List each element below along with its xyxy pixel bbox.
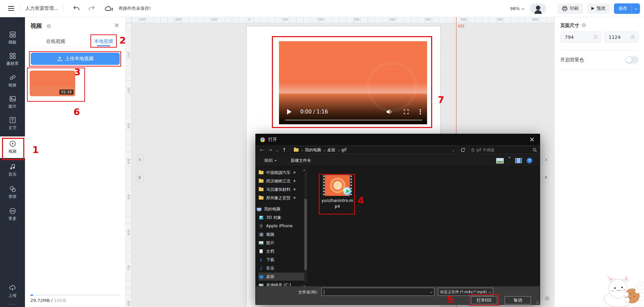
player-time: 0:00 / 1:16 xyxy=(300,109,328,115)
cancel-button[interactable]: 取消 xyxy=(505,296,531,304)
view-dropdown-icon[interactable] xyxy=(508,158,510,163)
collapse-panel-edge-handle[interactable] xyxy=(137,172,143,183)
sidebar-overflow-dots[interactable]: ··· xyxy=(0,302,25,307)
collapse-panel-handle[interactable] xyxy=(137,154,143,165)
tree-item-music[interactable]: ♪音乐 xyxy=(258,264,304,272)
page-height-input[interactable]: 1124高 xyxy=(604,31,639,43)
open-button[interactable]: 打开(O) xyxy=(471,296,497,304)
pages-menu-icon[interactable] xyxy=(544,296,550,301)
player-progressbar[interactable] xyxy=(285,120,422,121)
sidebar-item-materials[interactable]: 素材库 xyxy=(0,50,25,69)
filename-input[interactable] xyxy=(324,289,430,295)
sidebar-item-template[interactable]: 模板 xyxy=(0,28,25,48)
search-box[interactable] xyxy=(469,146,539,154)
tree-scroll-up-icon[interactable] xyxy=(304,168,305,173)
upload-local-video-button[interactable]: 上传本地视频 xyxy=(31,53,120,65)
annotation-number-3: 3 xyxy=(74,67,81,77)
tab-local-video[interactable]: 本地视频 xyxy=(94,39,113,45)
tree-item-pinned-folder[interactable]: 郑州豫之安贸 xyxy=(258,194,304,202)
tree-item-videos[interactable]: 视频 xyxy=(258,230,304,238)
music-icon xyxy=(9,163,16,170)
video-player-element[interactable]: 0:00 / 1:16 xyxy=(279,41,427,124)
cloud-sync-icon: ! xyxy=(105,5,113,12)
volume-icon[interactable] xyxy=(386,109,393,114)
sidebar-item-image[interactable]: 图片 xyxy=(0,93,25,112)
ruler-label: 200 xyxy=(318,18,324,21)
page-width-input[interactable]: 794宽 xyxy=(560,31,601,43)
tree-item-3d-objects[interactable]: 3D 对象 xyxy=(258,213,304,222)
tree-scrollbar[interactable] xyxy=(304,172,307,282)
zoom-control[interactable]: 98% xyxy=(510,6,524,11)
save-dropdown[interactable] xyxy=(632,3,640,14)
ruler-label: -100 xyxy=(210,18,217,21)
fullscreen-icon[interactable] xyxy=(403,109,409,114)
bg-color-toggle[interactable] xyxy=(625,56,639,63)
sidebar-item-upload[interactable]: 上传 xyxy=(0,282,25,301)
sidebar-item-more[interactable]: 更多 xyxy=(0,205,25,224)
save-button[interactable]: 保存 xyxy=(614,3,640,14)
expand-panel-edge-handle[interactable] xyxy=(542,172,549,183)
sidebar-item-shape[interactable]: 形状 xyxy=(0,183,25,202)
resize-grip[interactable] xyxy=(536,301,539,304)
tab-divider xyxy=(25,46,125,47)
undo-icon[interactable] xyxy=(73,5,80,12)
filetype-select[interactable]: 自定义文件 (*.m4v;*.mp4) xyxy=(438,288,493,296)
redo-icon[interactable] xyxy=(88,5,95,12)
back-icon[interactable]: ← xyxy=(260,147,264,153)
annotation-number-7: 7 xyxy=(438,95,444,105)
search-input[interactable] xyxy=(471,148,533,152)
up-icon[interactable]: ↑ xyxy=(282,147,286,153)
menu-icon[interactable] xyxy=(8,8,14,9)
tree-item-desktop[interactable]: 桌面 xyxy=(258,273,306,281)
close-icon[interactable] xyxy=(114,23,119,28)
divider xyxy=(63,5,63,12)
tree-scrollbar-thumb[interactable] xyxy=(304,199,307,270)
duration-badge: 01:16 xyxy=(59,89,74,95)
mascot-cat[interactable] xyxy=(600,276,643,307)
tab-online-video[interactable]: 在线视频 xyxy=(46,39,65,45)
document-title[interactable]: 人力资源管理... xyxy=(25,5,58,11)
player-play-button[interactable] xyxy=(287,109,291,114)
print-button[interactable]: 印刷 xyxy=(558,3,583,14)
file-item-video[interactable]: yunzhanintro.mp4 xyxy=(321,175,354,209)
expand-panel-handle[interactable] xyxy=(542,154,549,165)
storage-progressbar xyxy=(30,295,121,296)
change-view-icon[interactable] xyxy=(515,158,522,163)
refresh-icon[interactable] xyxy=(460,148,465,152)
organize-menu[interactable]: 组织 xyxy=(264,158,277,163)
address-bar[interactable]: 我的电脑 桌面 gif xyxy=(290,146,458,154)
tree-item-documents[interactable]: 文档 xyxy=(258,247,304,255)
tree-item-pinned-folder[interactable]: 马贝建筑材料 xyxy=(258,185,304,194)
tree-item-pictures[interactable]: 图片 xyxy=(258,239,304,247)
ruler-label: 600 xyxy=(127,229,131,235)
sidebar-item-video[interactable]: 视频 xyxy=(0,136,25,158)
dialog-close-icon[interactable] xyxy=(530,137,534,142)
tree-item-pinned-folder[interactable]: 中国能源汽车 xyxy=(258,169,304,177)
dialog-titlebar[interactable]: 打开 xyxy=(256,134,540,145)
avatar[interactable] xyxy=(530,3,546,14)
help-icon[interactable] xyxy=(527,158,532,163)
tree-item-pinned-folder[interactable]: 武汉钢铁江北 xyxy=(258,177,304,185)
sidebar-item-music[interactable]: 音乐 xyxy=(0,160,25,180)
breadcrumb-computer[interactable]: 我的电脑 xyxy=(305,147,321,153)
preview-button[interactable]: 预览 xyxy=(587,3,610,14)
tree-scroll-down-icon[interactable] xyxy=(304,283,305,287)
new-folder-button[interactable]: 新建文件夹 xyxy=(291,158,311,163)
video-thumbnail[interactable]: 01:16 xyxy=(30,71,75,96)
history-chevron-icon[interactable] xyxy=(276,148,278,152)
sidebar-item-link[interactable]: 链接 xyxy=(0,71,25,91)
filename-dropdown-icon[interactable] xyxy=(430,290,432,293)
breadcrumb-desktop[interactable]: 桌面 xyxy=(327,147,335,153)
image-icon xyxy=(9,96,16,102)
preview-pane-icon[interactable] xyxy=(496,158,504,163)
forward-icon[interactable]: → xyxy=(268,147,273,153)
info-icon[interactable] xyxy=(47,24,51,28)
filename-combo[interactable] xyxy=(321,288,435,296)
sidebar-item-text[interactable]: 文字 xyxy=(0,114,25,133)
address-dropdown-icon[interactable] xyxy=(453,148,454,152)
breadcrumb-gif[interactable]: gif xyxy=(341,148,346,152)
player-menu-icon[interactable] xyxy=(420,111,421,112)
tree-item-computer[interactable]: 我的电脑 xyxy=(256,205,302,213)
tree-item-downloads[interactable]: ↓下载 xyxy=(258,256,304,264)
tree-item-iphone[interactable]: Apple iPhone xyxy=(258,222,304,230)
